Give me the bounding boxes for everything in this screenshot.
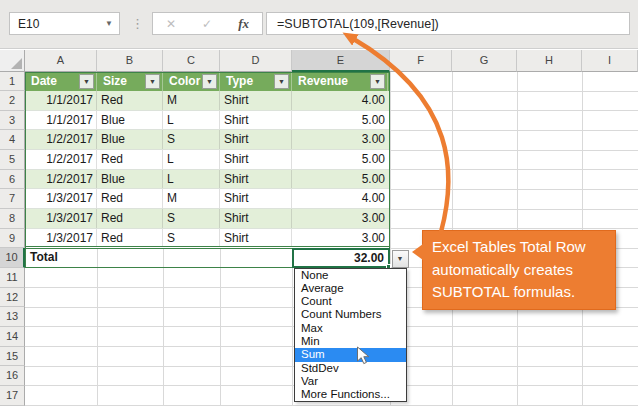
column-header-g[interactable]: G [452, 50, 517, 72]
column-header-e[interactable]: E [292, 50, 390, 72]
cancel-icon[interactable]: ✕ [166, 17, 176, 31]
cell-d2[interactable]: Shirt [220, 91, 292, 110]
row-header-1[interactable]: 1 [0, 72, 25, 92]
total-cell-b10[interactable] [98, 249, 164, 267]
row-header-13[interactable]: 13 [0, 307, 25, 327]
filter-dropdown-icon[interactable]: ▼ [370, 74, 385, 89]
cell-b6[interactable]: Blue [97, 170, 163, 189]
filter-dropdown-icon[interactable]: ▼ [145, 74, 160, 89]
row-header-3[interactable]: 3 [0, 111, 25, 131]
cell-a5[interactable]: 1/2/2017 [25, 150, 97, 169]
cell-e4[interactable]: 3.00 [292, 130, 388, 149]
selected-cell-e10[interactable]: 32.00 [292, 248, 390, 268]
cell-e3[interactable]: 5.00 [292, 111, 388, 130]
cell-b5[interactable]: Red [97, 150, 163, 169]
cell-d6[interactable]: Shirt [220, 170, 292, 189]
filter-dropdown-icon[interactable]: ▼ [79, 74, 94, 89]
cell-b2[interactable]: Red [97, 91, 163, 110]
cell-b9[interactable]: Red [97, 229, 163, 248]
column-header-h[interactable]: H [517, 50, 582, 72]
column-header-d[interactable]: D [220, 50, 292, 72]
row-header-2[interactable]: 2 [0, 91, 25, 111]
insert-function-icon[interactable]: fx [238, 16, 249, 32]
cell-a9[interactable]: 1/3/2017 [25, 229, 97, 248]
menu-item-min[interactable]: Min [295, 335, 406, 348]
cell-c3[interactable]: L [163, 111, 220, 130]
cell-e5[interactable]: 5.00 [292, 150, 388, 169]
cell-c9[interactable]: S [163, 229, 220, 248]
table-header-color: Color▼ [163, 72, 220, 92]
cell-a6[interactable]: 1/2/2017 [25, 170, 97, 189]
menu-item-stddev[interactable]: StdDev [295, 362, 406, 375]
menu-item-more-functions[interactable]: More Functions... [295, 388, 406, 401]
filter-dropdown-icon[interactable]: ▼ [202, 74, 217, 89]
name-box-dropdown-icon[interactable]: ▼ [99, 19, 119, 28]
column-header-f[interactable]: F [390, 50, 452, 72]
row-header-16[interactable]: 16 [0, 366, 25, 386]
row-header-14[interactable]: 14 [0, 327, 25, 347]
select-all-triangle-icon [11, 58, 22, 69]
cell-a3[interactable]: 1/1/2017 [25, 111, 97, 130]
row-header-11[interactable]: 11 [0, 268, 25, 288]
cell-c5[interactable]: L [163, 150, 220, 169]
name-box[interactable]: E10 ▼ [9, 12, 120, 35]
cell-a7[interactable]: 1/3/2017 [25, 189, 97, 208]
enter-icon[interactable]: ✓ [202, 17, 212, 31]
row-header-12[interactable]: 12 [0, 288, 25, 308]
menu-item-max[interactable]: Max [295, 322, 406, 335]
cell-b7[interactable]: Red [97, 189, 163, 208]
cell-e7[interactable]: 4.00 [292, 189, 388, 208]
cell-c7[interactable]: M [163, 189, 220, 208]
cell-c6[interactable]: L [163, 170, 220, 189]
cell-e8[interactable]: 3.00 [292, 209, 388, 228]
select-all-corner[interactable] [0, 50, 25, 72]
cell-a4[interactable]: 1/2/2017 [25, 130, 97, 149]
row-header-5[interactable]: 5 [0, 150, 25, 170]
row-header-7[interactable]: 7 [0, 189, 25, 209]
cell-c8[interactable]: S [163, 209, 220, 228]
cell-e2[interactable]: 4.00 [292, 91, 388, 110]
cell-e6[interactable]: 5.00 [292, 170, 388, 189]
column-header-c[interactable]: C [163, 50, 220, 72]
cell-d4[interactable]: Shirt [220, 130, 292, 149]
cell-e9[interactable]: 3.00 [292, 229, 388, 248]
row-header-8[interactable]: 8 [0, 209, 25, 229]
row-header-10[interactable]: 10 [0, 248, 25, 268]
cell-b8[interactable]: Red [97, 209, 163, 228]
total-cell-d10[interactable] [221, 249, 293, 267]
menu-item-count-numbers[interactable]: Count Numbers [295, 308, 406, 321]
table-header-size: Size▼ [97, 72, 163, 92]
cell-d5[interactable]: Shirt [220, 150, 292, 169]
cell-d9[interactable]: Shirt [220, 229, 292, 248]
row-header-6[interactable]: 6 [0, 170, 25, 190]
total-cell-c10[interactable] [164, 249, 221, 267]
column-header-a[interactable]: A [25, 50, 97, 72]
cell-c4[interactable]: S [163, 130, 220, 149]
cell-c2[interactable]: M [163, 91, 220, 110]
excel-window: E10 ▼ ⋮ ✕ ✓ fx =SUBTOTAL(109,[Revenue]) … [0, 0, 638, 406]
menu-item-average[interactable]: Average [295, 282, 406, 295]
cell-d7[interactable]: Shirt [220, 189, 292, 208]
callout-tail-icon [412, 244, 423, 260]
row-header-9[interactable]: 9 [0, 229, 25, 249]
cell-b3[interactable]: Blue [97, 111, 163, 130]
total-cell-a10[interactable]: Total [26, 249, 98, 267]
row-header-15[interactable]: 15 [0, 347, 25, 367]
cell-a8[interactable]: 1/3/2017 [25, 209, 97, 228]
cell-b4[interactable]: Blue [97, 130, 163, 149]
column-header-b[interactable]: B [97, 50, 163, 72]
filter-dropdown-icon[interactable]: ▼ [274, 74, 289, 89]
formula-input[interactable]: =SUBTOTAL(109,[Revenue]) [266, 12, 630, 35]
row-header-17[interactable]: 17 [0, 386, 25, 406]
menu-item-count[interactable]: Count [295, 295, 406, 308]
cell-d3[interactable]: Shirt [220, 111, 292, 130]
column-header-i[interactable]: I [582, 50, 638, 72]
menu-item-var[interactable]: Var [295, 375, 406, 388]
cell-a2[interactable]: 1/1/2017 [25, 91, 97, 110]
menu-item-none[interactable]: None [295, 269, 406, 282]
cell-d8[interactable]: Shirt [220, 209, 292, 228]
table-header-type: Type▼ [220, 72, 292, 92]
menu-item-sum[interactable]: Sum [295, 348, 406, 361]
row-header-4[interactable]: 4 [0, 130, 25, 150]
total-row-dropdown-button[interactable]: ▼ [392, 250, 409, 268]
